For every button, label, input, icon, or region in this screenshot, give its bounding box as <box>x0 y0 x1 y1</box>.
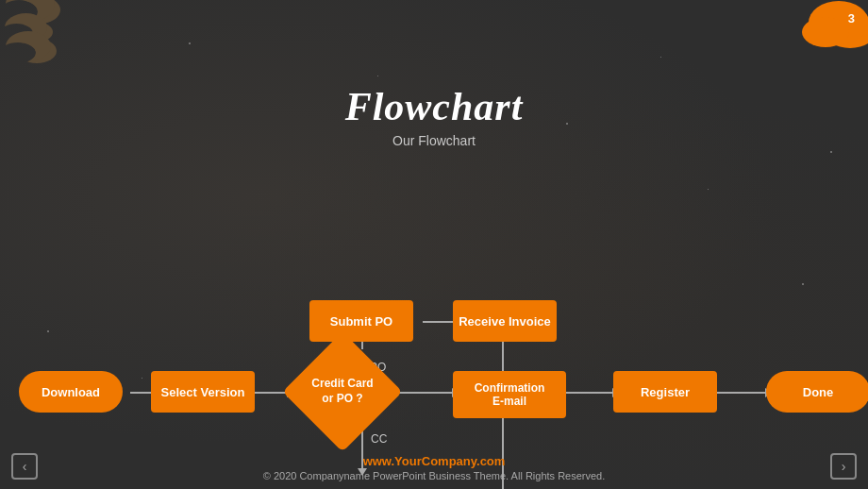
nav-prev-button[interactable]: ‹ <box>11 453 38 480</box>
node-submit-po: Submit PO <box>309 300 413 342</box>
cloud-top-left-2 <box>0 24 33 42</box>
nav-right-icon: › <box>842 459 846 474</box>
node-select-version: Select Version <box>151 371 255 413</box>
arrow-confirm-register <box>566 392 613 394</box>
flowchart: PO CC Download Select Version Credit Car… <box>0 132 868 444</box>
main-title: Flowchart <box>0 84 868 129</box>
node-done: Done <box>766 371 868 413</box>
footer-link[interactable]: www.YourCompany.com <box>0 454 868 468</box>
node-credit-card: Credit Card or PO ? <box>300 349 385 434</box>
node-register: Register <box>613 371 717 413</box>
badge-number: 3 <box>848 11 855 25</box>
node-diamond-container: Credit Card or PO ? <box>300 349 387 436</box>
cloud-orange <box>802 17 849 47</box>
arrow-diamond-confirm <box>392 392 453 394</box>
node-receive-invoice: Receive Invoice <box>453 300 557 342</box>
footer: www.YourCompany.com © 2020 Companyname P… <box>0 454 868 481</box>
cloud-top-left-3 <box>0 42 36 63</box>
arrow-register-done <box>717 392 766 394</box>
nav-next-button[interactable]: › <box>830 453 857 480</box>
node-download: Download <box>19 371 123 413</box>
nav-left-icon: ‹ <box>23 459 27 474</box>
cloud-top-left-1 <box>0 0 38 24</box>
footer-copyright: © 2020 Companyname PowerPoint Business T… <box>0 470 868 481</box>
node-confirmation: Confirmation E-mail <box>453 371 566 418</box>
